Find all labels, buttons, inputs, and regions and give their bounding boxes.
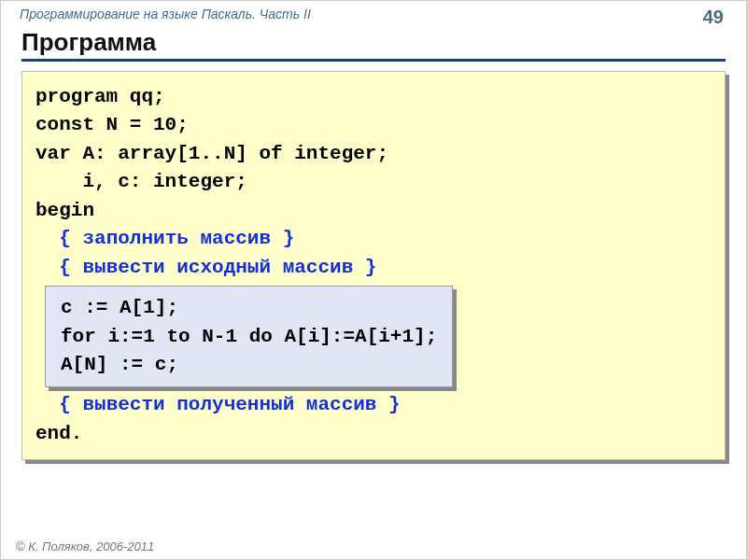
indent [35, 394, 59, 415]
course-title: Программирование на языке Паскаль. Часть… [20, 7, 311, 28]
code-line: for i:=1 to N-1 do A[i]:=A[i+1]; [61, 326, 437, 347]
code-comment: { вывести исходный массив } [59, 257, 376, 278]
code-block: program qq; const N = 10; var A: array[1… [21, 71, 726, 460]
code-line: i, c: integer; [35, 171, 247, 192]
indent [35, 228, 59, 249]
highlight-content: c := A[1]; for i:=1 to N-1 do A[i]:=A[i+… [45, 286, 453, 387]
code-line: begin [35, 200, 94, 221]
code-line: program qq; [35, 86, 165, 107]
page-number: 49 [703, 7, 724, 28]
code-line: var A: array[1..N] of integer; [35, 143, 388, 164]
title-rule [21, 59, 726, 62]
code-line: const N = 10; [35, 114, 189, 135]
slide-header: Программирование на языке Паскаль. Часть… [1, 1, 746, 28]
code-line: c := A[1]; [61, 297, 178, 318]
highlight-block: c := A[1]; for i:=1 to N-1 do A[i]:=A[i+… [45, 286, 453, 387]
code-line: end. [35, 423, 82, 444]
indent [35, 257, 59, 278]
code-comment: { вывести полученный массив } [59, 394, 400, 415]
slide-title: Программа [1, 28, 746, 59]
code-comment: { заполнить массив } [59, 228, 294, 249]
copyright: © К. Поляков, 2006-2011 [16, 539, 154, 553]
code-line: A[N] := c; [61, 354, 178, 375]
code-content: program qq; const N = 10; var A: array[1… [21, 71, 726, 460]
